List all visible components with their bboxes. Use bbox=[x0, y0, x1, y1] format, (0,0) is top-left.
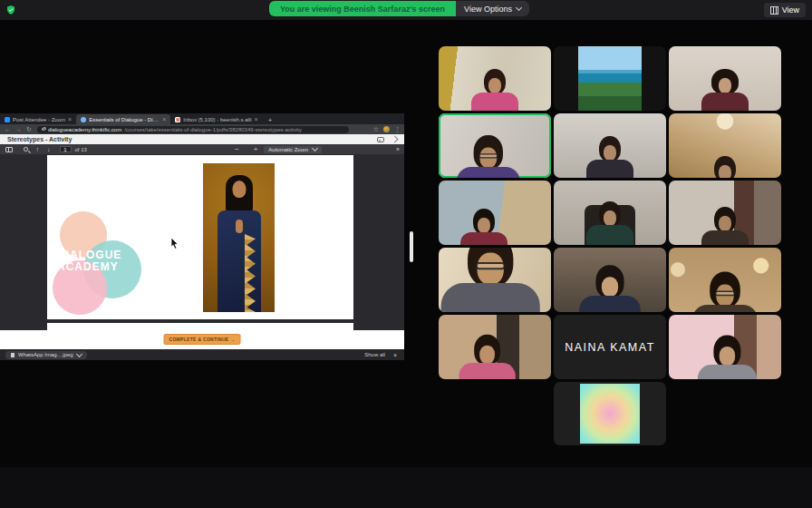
bookmark-star-icon[interactable]: ☆ bbox=[373, 126, 379, 133]
dialogue-academy-watermark: DIALOGUE ACADEMY bbox=[57, 249, 121, 273]
view-layout-button[interactable]: View bbox=[764, 3, 806, 17]
new-tab-button[interactable]: + bbox=[268, 116, 273, 124]
video-tile-r6c2-avatar[interactable] bbox=[554, 382, 666, 445]
video-tile-r1c3[interactable] bbox=[669, 46, 781, 111]
previous-page-icon[interactable]: ↑ bbox=[36, 146, 40, 152]
pdf-search-icon[interactable] bbox=[24, 147, 28, 151]
back-icon[interactable]: ← bbox=[5, 126, 11, 132]
close-tab-icon[interactable]: × bbox=[68, 116, 72, 122]
browser-tab-essentials-of-dialogue[interactable]: Essentials of Dialogue - Dial... × bbox=[76, 114, 170, 124]
video-tile-r3c1[interactable] bbox=[439, 181, 551, 245]
video-tile-r1c2-scenery[interactable] bbox=[554, 46, 666, 111]
support-chat-icon[interactable] bbox=[377, 137, 384, 142]
page-count-label: of 13 bbox=[75, 147, 87, 152]
close-tab-icon[interactable]: × bbox=[255, 116, 258, 122]
video-tile-r2c3[interactable] bbox=[669, 113, 781, 178]
lesson-title: Stereotypes - Activity bbox=[7, 136, 72, 142]
mouse-cursor bbox=[170, 237, 179, 249]
viewing-screen-banner: You are viewing Beenish Sarfaraz's scree… bbox=[269, 1, 456, 16]
page-number-input[interactable]: 1 bbox=[60, 146, 72, 152]
video-tile-r2c1-active-speaker[interactable] bbox=[439, 113, 551, 178]
layout-grid-icon bbox=[770, 6, 778, 15]
video-tile-r2c2[interactable] bbox=[554, 113, 666, 178]
zoom-meeting-window: You are viewing Beenish Sarfaraz's scree… bbox=[0, 0, 812, 508]
video-tile-r4c3[interactable] bbox=[669, 248, 781, 312]
pdf-tools-more-icon[interactable]: » bbox=[396, 146, 400, 152]
zoom-out-icon[interactable]: − bbox=[235, 145, 239, 153]
reload-icon[interactable]: ↻ bbox=[26, 126, 32, 133]
zoom-in-icon[interactable]: + bbox=[254, 145, 258, 153]
video-tile-r5c2-name-only[interactable]: NAINA KAMAT bbox=[554, 315, 666, 379]
close-tab-icon[interactable]: × bbox=[162, 116, 166, 122]
scenery-image bbox=[578, 46, 641, 111]
zoom-level-select[interactable]: Automatic Zoom bbox=[264, 146, 322, 153]
meeting-info-shield-icon[interactable] bbox=[5, 5, 16, 15]
browser-tab-strip: Post Attendee - Zoom × Essentials of Dia… bbox=[0, 113, 404, 124]
meeting-top-bar: You are viewing Beenish Sarfaraz's scree… bbox=[0, 0, 812, 20]
participant-name-label: NAINA KAMAT bbox=[565, 341, 655, 354]
pdf-viewer-toolbar: ↑ ↓ 1 of 13 − + Automatic Zoom » bbox=[0, 144, 404, 154]
browser-download-bar: WhatsApp Imag....jpeg Show all × bbox=[0, 349, 404, 360]
show-all-downloads-link[interactable]: Show all bbox=[364, 352, 385, 357]
url-field[interactable]: dialogueacademy.thinkific.com /courses/t… bbox=[37, 126, 349, 133]
expand-icon[interactable] bbox=[392, 136, 399, 143]
chevron-down-icon bbox=[516, 5, 522, 11]
video-tile-r4c1[interactable] bbox=[439, 248, 551, 312]
pdf-sidebar-toggle-icon[interactable] bbox=[5, 147, 13, 152]
course-page-header: Stereotypes - Activity bbox=[0, 134, 404, 144]
next-page-icon[interactable]: ↓ bbox=[47, 146, 51, 152]
scrollbar-thumb[interactable] bbox=[410, 231, 413, 262]
thinkific-favicon bbox=[81, 117, 86, 122]
downloaded-file-chip[interactable]: WhatsApp Imag....jpeg bbox=[5, 351, 87, 359]
browser-address-bar: ← → ↻ dialogueacademy.thinkific.com /cou… bbox=[0, 124, 404, 134]
view-button-label: View bbox=[782, 5, 799, 15]
file-icon bbox=[11, 353, 14, 357]
pdf-viewer-content: DIALOGUE ACADEMY COMPLETE & CONTINUE → bbox=[0, 154, 404, 349]
close-download-bar-icon[interactable]: × bbox=[393, 352, 397, 358]
woman-in-saree-photo bbox=[203, 163, 275, 312]
browser-profile-avatar[interactable] bbox=[383, 126, 390, 132]
shared-screen-region: Post Attendee - Zoom × Essentials of Dia… bbox=[0, 113, 404, 360]
zoom-favicon bbox=[5, 117, 10, 122]
chevron-down-icon bbox=[76, 350, 82, 357]
lesson-footer: COMPLETE & CONTINUE → bbox=[0, 330, 404, 349]
video-tile-r3c2[interactable] bbox=[554, 181, 666, 245]
browser-tab-zoom[interactable]: Post Attendee - Zoom × bbox=[0, 114, 76, 124]
video-tile-r4c2[interactable] bbox=[554, 248, 666, 312]
pdf-page-2-top bbox=[47, 323, 353, 330]
video-tile-r5c1[interactable] bbox=[439, 315, 551, 379]
browser-tab-inbox[interactable]: M Inbox (5,100) - beenish.s.alli × bbox=[170, 114, 262, 124]
lock-icon bbox=[42, 128, 45, 132]
meeting-controls-toolbar: Unmute Start Video Security Participants… bbox=[0, 467, 812, 508]
chevron-down-icon bbox=[312, 145, 318, 151]
gmail-favicon: M bbox=[175, 117, 180, 122]
video-tile-r5c3[interactable] bbox=[669, 315, 781, 379]
video-tile-r1c1[interactable] bbox=[439, 46, 551, 111]
gradient-avatar-image bbox=[580, 384, 640, 444]
forward-icon[interactable]: → bbox=[15, 126, 22, 132]
view-options-label: View Options bbox=[464, 5, 512, 14]
video-tile-r3c3[interactable] bbox=[669, 181, 781, 245]
view-options-button[interactable]: View Options bbox=[456, 1, 529, 16]
complete-and-continue-button[interactable]: COMPLETE & CONTINUE → bbox=[164, 334, 241, 345]
pdf-page-1: DIALOGUE ACADEMY bbox=[47, 155, 353, 319]
browser-menu-dots-icon[interactable]: ⋮ bbox=[394, 126, 401, 133]
